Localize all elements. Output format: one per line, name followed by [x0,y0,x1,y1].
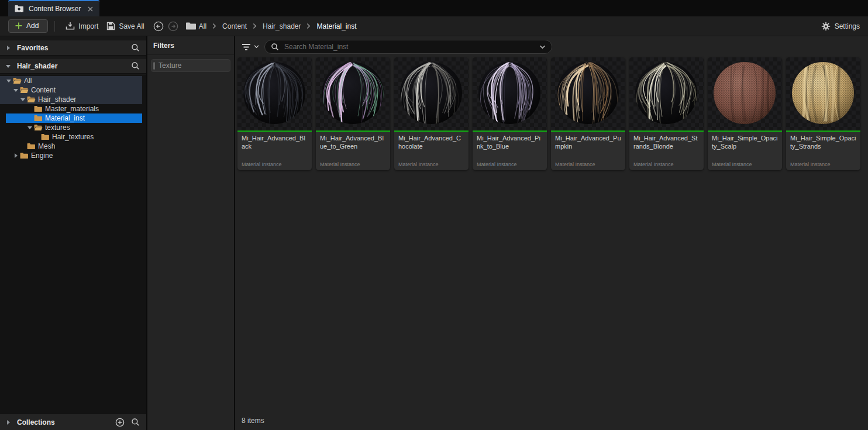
expander-spacer [34,132,41,142]
filter-dropdown-button[interactable] [241,43,259,51]
material-sphere-preview [551,57,625,130]
settings-label: Settings [835,22,860,30]
tree-item-label: Content [31,86,56,94]
folder-open-icon [27,96,36,103]
asset-tile[interactable]: Mi_Hair_Simple_Opacity_ScalpMaterial Ins… [708,57,782,170]
collections-label: Collections [17,418,55,426]
plus-icon [15,22,22,29]
asset-tile[interactable]: Mi_Hair_Advanced_Pink_to_BlueMaterial In… [473,57,547,170]
collections-search-icon[interactable] [131,418,140,426]
tree-item-engine[interactable]: Engine [0,151,146,160]
filter-chip-texture[interactable]: Texture [151,59,230,72]
asset-tile[interactable]: Mi_Hair_Simple_Opacity_StrandsMaterial I… [786,57,860,170]
expander-spacer [27,113,34,123]
breadcrumb-separator-icon [253,23,257,29]
asset-name: Mi_Hair_Advanced_Pumpkin [555,135,621,150]
add-button-label: Add [26,22,39,30]
expander-down-icon[interactable] [6,76,13,85]
asset-tile[interactable]: Mi_Hair_Advanced_Strands_BlondeMaterial … [629,57,704,170]
folder-closed-icon [34,115,43,122]
breadcrumb-item-all[interactable]: All [199,22,206,30]
tree-item-mesh[interactable]: Mesh [0,142,146,151]
breadcrumb: AllContentHair_shaderMaterial_inst [199,22,357,30]
breadcrumb-separator-icon [306,23,311,29]
toolbar-separator [54,21,55,32]
asset-thumbnail [316,57,390,130]
favorites-search-icon[interactable] [131,43,140,52]
asset-thumbnail [551,57,625,130]
material-sphere-preview [786,57,860,130]
history-nav [153,21,178,32]
material-sphere-preview [629,57,704,130]
breadcrumb-item-material_inst[interactable]: Material_inst [316,22,356,30]
asset-name: Mi_Hair_Simple_Opacity_Strands [790,135,856,150]
asset-type: Material Instance [633,161,700,167]
asset-tile[interactable]: Mi_Hair_Advanced_BlackMaterial Instance [237,57,312,170]
gear-icon [821,22,831,31]
add-button[interactable]: Add [8,19,48,33]
breadcrumb-item-hair_shader[interactable]: Hair_shader [263,22,301,30]
item-count: 8 items [235,417,868,430]
expander-right-icon[interactable] [5,418,12,427]
asset-tile[interactable]: Mi_Hair_Advanced_ChocolateMaterial Insta… [394,57,469,170]
asset-type: Material Instance [242,161,308,167]
search-input[interactable] [283,42,535,51]
expander-right-icon[interactable] [13,151,20,160]
tab-content-browser[interactable]: Content Browser [8,0,99,16]
tree-item-label: Master_materials [45,105,99,113]
asset-thumbnail [394,57,469,130]
material-sphere-preview [237,57,312,130]
asset-tile[interactable]: Mi_Hair_Advanced_PumpkinMaterial Instanc… [551,57,625,170]
collections-section-header[interactable]: Collections [0,414,146,430]
tree-item-label: Material_inst [45,114,85,122]
tree-item-all[interactable]: All [0,76,146,85]
expander-down-icon[interactable] [5,61,12,71]
import-button[interactable]: Import [61,20,102,32]
expander-down-icon[interactable] [20,95,27,104]
folder-closed-icon [41,133,50,140]
forward-button-icon[interactable] [168,21,178,32]
asset-tile[interactable]: Mi_Hair_Advanced_Blue_to_GreenMaterial I… [316,57,390,170]
tree-item-content[interactable]: Content [0,85,146,95]
filter-chip-label: Texture [159,61,181,70]
folder-closed-icon [34,105,43,112]
folder-tree: AllContentHair_shaderMaster_materialsMat… [0,75,146,414]
folder-closed-icon [27,143,36,150]
search-box[interactable] [264,40,552,54]
tree-item-label: Engine [31,152,53,160]
expander-down-icon[interactable] [27,123,34,132]
asset-type: Material Instance [712,161,778,167]
search-icon [271,43,279,51]
expander-right-icon[interactable] [5,43,12,53]
breadcrumb-item-content[interactable]: Content [222,22,247,30]
asset-info: Mi_Hair_Simple_Opacity_ScalpMaterial Ins… [708,132,782,170]
asset-info: Mi_Hair_Advanced_ChocolateMaterial Insta… [394,132,469,170]
tree-item-label: All [24,77,32,85]
expander-down-icon[interactable] [13,85,20,95]
import-button-label: Import [78,22,98,30]
tree-item-hair_textures[interactable]: Hair_textures [0,132,146,142]
filter-chip-list: Texture [147,55,234,72]
add-collection-icon[interactable] [115,418,125,427]
filter-funnel-icon [241,43,252,51]
search-options-chevron-icon[interactable] [539,45,546,49]
hair-shader-section-header[interactable]: Hair_shader [0,58,146,74]
hair-shader-label: Hair_shader [17,62,57,70]
tree-item-textures[interactable]: textures [0,123,146,132]
tree-item-hair_shader[interactable]: Hair_shader [0,95,146,104]
tree-item-label: Mesh [38,142,55,150]
asset-info: Mi_Hair_Simple_Opacity_StrandsMaterial I… [786,132,860,170]
tree-item-material_inst[interactable]: Material_inst [0,113,146,123]
settings-button[interactable]: Settings [821,22,860,31]
back-button-icon[interactable] [153,21,164,32]
hair-shader-search-icon[interactable] [131,61,140,70]
tab-close-icon[interactable] [88,6,93,12]
asset-view: Mi_Hair_Advanced_BlackMaterial InstanceM… [235,36,868,430]
save-all-button[interactable]: Save All [102,20,148,32]
asset-thumbnail [237,57,312,130]
asset-name: Mi_Hair_Advanced_Black [242,135,308,150]
favorites-section-header[interactable]: Favorites [0,40,146,56]
content-browser-window: Content Browser Add Import [0,0,868,430]
content-browser-icon [15,5,24,13]
tree-item-master_materials[interactable]: Master_materials [0,104,146,113]
